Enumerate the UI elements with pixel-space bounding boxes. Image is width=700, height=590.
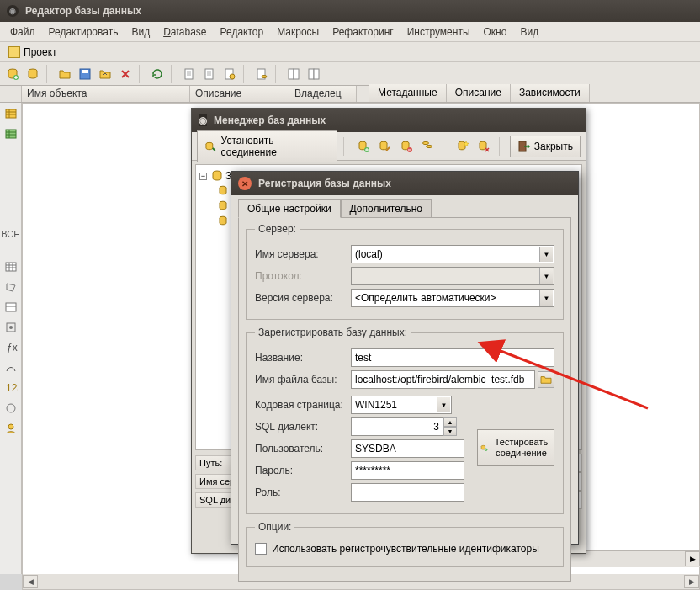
- project-tab[interactable]: Проект: [0, 44, 66, 61]
- seq-icon[interactable]: [3, 360, 19, 375]
- tab-dependencies[interactable]: Зависимости: [511, 84, 590, 102]
- toolbar-db-add-icon[interactable]: [3, 65, 22, 83]
- scroll-right2-icon[interactable]: ▶: [685, 551, 700, 566]
- name-input[interactable]: [351, 348, 554, 367]
- name-label: Название:: [255, 352, 347, 364]
- dlg1-close-button[interactable]: Закрыть: [510, 136, 581, 157]
- dlg1-titlebar[interactable]: ◉ Менеджер баз данных: [192, 109, 586, 132]
- col-object-name[interactable]: Имя объекта: [22, 86, 190, 102]
- col-owner[interactable]: Владелец: [289, 86, 357, 102]
- grid-icon[interactable]: [3, 259, 19, 274]
- toolbar-refresh-icon[interactable]: [148, 65, 167, 83]
- menu-macros[interactable]: Макросы: [270, 23, 326, 41]
- menu-database[interactable]: Database: [156, 23, 213, 41]
- sql-dialect-spinner[interactable]: ▲▼: [351, 417, 457, 436]
- tab-general[interactable]: Общие настройки: [238, 199, 341, 218]
- spin-down-icon[interactable]: ▼: [443, 427, 457, 436]
- svg-point-23: [7, 404, 15, 412]
- db-group-icon: [210, 169, 224, 183]
- toolbar-save-icon[interactable]: [76, 65, 94, 83]
- register-group-label: Зарегистрировать базу данных:: [255, 327, 411, 338]
- menu-edit[interactable]: Редактировать: [42, 23, 125, 41]
- case-sensitive-checkbox[interactable]: [255, 543, 267, 555]
- tab-description[interactable]: Описание: [447, 84, 511, 102]
- role-input[interactable]: [351, 483, 464, 502]
- menu-view[interactable]: Вид: [125, 23, 156, 41]
- col-description[interactable]: Описание: [190, 86, 289, 102]
- table-yellow-icon[interactable]: [3, 106, 19, 121]
- dlg1-db-new-icon[interactable]: [453, 137, 472, 156]
- svg-point-31: [423, 141, 429, 144]
- user-input[interactable]: [351, 439, 464, 458]
- menu-view2[interactable]: Вид: [513, 23, 545, 41]
- dlg1-db-remove-icon[interactable]: [397, 137, 416, 156]
- svg-text:123: 123: [6, 382, 18, 394]
- svg-rect-17: [6, 263, 16, 271]
- menu-window[interactable]: Окно: [477, 23, 514, 41]
- chevron-down-icon: ▼: [539, 247, 553, 262]
- spin-up-icon[interactable]: ▲: [443, 417, 457, 427]
- toolbar-folder-icon[interactable]: [56, 65, 74, 83]
- dlg2-titlebar[interactable]: ✕ Регистрация базы данных: [231, 172, 578, 195]
- dlg2-title: Регистрация базы данных: [258, 178, 391, 189]
- toolbar-doc3-icon[interactable]: [220, 65, 239, 83]
- menu-tools[interactable]: Инструменты: [400, 23, 477, 41]
- browse-button[interactable]: [538, 371, 554, 388]
- password-input[interactable]: [351, 461, 464, 480]
- project-tab-row: Проект: [0, 42, 700, 62]
- menu-editor[interactable]: Редактор: [214, 23, 271, 41]
- proc-icon[interactable]: [3, 320, 19, 335]
- chevron-down-icon: ▼: [539, 268, 553, 284]
- role-label: Роль:: [255, 486, 347, 498]
- dlg1-db-edit-icon[interactable]: [375, 137, 394, 156]
- server-group-label: Сервер:: [255, 223, 300, 235]
- connect-icon: [204, 140, 218, 153]
- dlg2-body: Сервер: Имя сервера: (local)▼ Протокол: …: [238, 217, 571, 582]
- gen-icon[interactable]: 123: [3, 380, 19, 396]
- table2-icon[interactable]: [3, 300, 19, 315]
- test-connection-button[interactable]: Тестировать соединение: [477, 429, 554, 466]
- svg-point-20: [9, 326, 13, 329]
- dlg1-db-add-icon[interactable]: [354, 137, 373, 156]
- exc-icon[interactable]: [3, 401, 19, 416]
- server-name-label: Имя сервера:: [255, 248, 347, 260]
- menu-file[interactable]: Файл: [3, 23, 42, 41]
- toolbar-doc2-icon[interactable]: [200, 65, 219, 83]
- dlg1-db-copy-icon[interactable]: [418, 137, 437, 156]
- sql-dialect-label: SQL диалект:: [255, 421, 347, 433]
- dlg1-db-delete-icon[interactable]: [475, 137, 493, 156]
- toolbar-doc5-icon[interactable]: [305, 65, 323, 83]
- project-tab-label: Проект: [24, 46, 57, 58]
- toolbar-doc1-icon[interactable]: [180, 65, 199, 83]
- connect-button[interactable]: Установить соединение: [197, 130, 337, 162]
- tab-metadata[interactable]: Метаданные: [369, 84, 447, 102]
- tab-advanced[interactable]: Дополнительно: [341, 199, 432, 218]
- toolbar-delete-icon[interactable]: [116, 65, 135, 83]
- toolbar-doc4-icon[interactable]: [284, 65, 303, 83]
- codepage-select[interactable]: WIN1251▼: [351, 396, 452, 414]
- scroll-left-icon[interactable]: ◀: [23, 575, 38, 588]
- dlg2-close-icon[interactable]: ✕: [238, 177, 252, 190]
- toolbar-folder-up-icon[interactable]: [96, 65, 114, 83]
- toolbar-db-alt-icon[interactable]: [24, 65, 42, 83]
- server-version-select[interactable]: <Определить автоматически>▼: [351, 289, 554, 307]
- toolbar-sep: [171, 65, 176, 83]
- toolbar-doc-db-icon[interactable]: [252, 65, 271, 83]
- tree-collapse-icon[interactable]: −: [199, 173, 207, 180]
- scroll-right-icon[interactable]: ▶: [684, 575, 699, 588]
- dlg1-toolbar: Установить соединение Закрыть: [192, 132, 586, 161]
- server-name-select[interactable]: (local)▼: [351, 245, 554, 263]
- polygon-icon[interactable]: [3, 279, 19, 295]
- app-icon: ◉: [7, 5, 19, 17]
- table-green-icon[interactable]: [3, 126, 19, 141]
- sql-dialect-input[interactable]: [351, 417, 443, 436]
- user-icon[interactable]: [3, 421, 19, 436]
- all-label: ВСЕ: [1, 227, 19, 241]
- func-icon[interactable]: ƒх: [3, 340, 19, 355]
- svg-rect-6: [205, 69, 213, 79]
- dlg1-title: Менеджер баз данных: [214, 114, 326, 126]
- svg-text:ƒх: ƒх: [7, 342, 18, 353]
- project-icon: [8, 46, 20, 58]
- menu-refactoring[interactable]: Рефакторинг: [326, 23, 400, 41]
- db-file-input[interactable]: [351, 370, 535, 389]
